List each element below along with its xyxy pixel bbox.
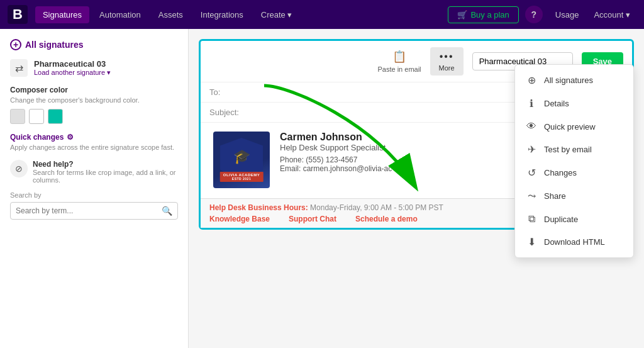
sidebar: + All signatures ⇄ Pharmaceutical 03 Loa… <box>0 29 189 348</box>
schedule-demo-link[interactable]: Schedule a demo <box>355 215 418 223</box>
nav-create[interactable]: Create ▾ <box>253 6 300 23</box>
main-content: 📋 Paste in email ••• More Save To: Subje… <box>189 29 644 348</box>
paste-in-email-button[interactable]: 📋 Paste in email <box>377 50 421 73</box>
account-menu[interactable]: Account ▾ <box>587 6 636 23</box>
sig-logo: 🎓 OLIVIA ACADEMY ESTD 2021 <box>213 132 270 188</box>
add-signature-icon: + <box>10 39 21 50</box>
help-circle-icon: ⊘ <box>10 160 28 177</box>
help-button[interactable]: ? <box>525 6 543 23</box>
composer-color-label: Composer color <box>10 86 178 94</box>
more-dropdown-menu: ⊕ All signatures ℹ Details 👁 Quick previ… <box>514 64 634 258</box>
graduation-hat-icon: 🎓 <box>233 149 250 165</box>
main-layout: + All signatures ⇄ Pharmaceutical 03 Loa… <box>0 29 644 348</box>
dropdown-all-signatures[interactable]: ⊕ All signatures <box>515 69 633 92</box>
more-button[interactable]: ••• More <box>430 47 464 76</box>
load-another-signature[interactable]: Load another signature ▾ <box>34 69 111 77</box>
nav-signatures[interactable]: Signatures <box>35 6 89 23</box>
dropdown-details[interactable]: ℹ Details <box>515 92 633 115</box>
color-swatch-teal[interactable] <box>48 109 63 124</box>
subject-label: Subject: <box>209 108 247 117</box>
more-dots-icon: ••• <box>440 51 454 62</box>
paste-icon: 📋 <box>392 50 406 64</box>
download-icon: ⬇ <box>525 236 538 248</box>
dropdown-download-html[interactable]: ⬇ Download HTML <box>515 230 633 254</box>
signature-name-label: Pharmaceutical 03 <box>34 59 111 69</box>
search-input[interactable] <box>16 206 162 215</box>
to-label: To: <box>209 87 247 97</box>
need-help-section: ⊘ Need help? Search for terms like crop … <box>10 160 178 184</box>
nav-integrations[interactable]: Integrations <box>193 6 251 23</box>
phone-number: Phone: (555) 123-4567 <box>280 155 392 164</box>
search-box[interactable]: 🔍 <box>10 202 178 220</box>
sig-details: Carmen Johnson Help Desk Support Special… <box>280 132 392 173</box>
signature-thumbnail-icon: ⇄ <box>10 59 28 77</box>
color-swatch-light[interactable] <box>10 109 25 124</box>
buy-plan-button[interactable]: 🛒 Buy a plan <box>448 6 518 23</box>
quick-changes-desc: Apply changes across the entire signatur… <box>10 143 178 151</box>
nav-assets[interactable]: Assets <box>151 6 191 23</box>
send-icon: ✈ <box>525 143 538 155</box>
composer-color-desc: Change the composer's background color. <box>10 96 178 104</box>
topnav: B Signatures Automation Assets Integrati… <box>0 0 644 29</box>
dropdown-quick-preview[interactable]: 👁 Quick preview <box>515 115 633 138</box>
signature-entry: ⇄ Pharmaceutical 03 Load another signatu… <box>10 59 178 77</box>
academy-banner: OLIVIA ACADEMY ESTD 2021 <box>220 172 264 182</box>
cart-icon: 🛒 <box>457 10 467 20</box>
all-signatures-link[interactable]: + All signatures <box>10 39 178 50</box>
dropdown-changes[interactable]: ↺ Changes <box>515 161 633 184</box>
all-signatures-dropdown-icon: ⊕ <box>525 74 538 86</box>
share-icon: ⤳ <box>525 190 538 202</box>
eye-icon: 👁 <box>525 121 538 132</box>
color-swatch-white[interactable] <box>29 109 44 124</box>
person-name: Carmen Johnson <box>280 132 392 143</box>
all-signatures-label: All signatures <box>25 40 84 50</box>
search-icon: 🔍 <box>162 206 172 216</box>
dropdown-duplicate[interactable]: ⧉ Duplicate <box>515 208 633 230</box>
usage-link[interactable]: Usage <box>549 6 586 23</box>
gear-icon: ⚙ <box>67 133 74 142</box>
person-title: Help Desk Support Specialist <box>280 143 392 152</box>
color-swatches <box>10 109 178 124</box>
details-icon: ℹ <box>525 98 538 109</box>
email-address: Email: carmen.johnson@olivia-ac <box>280 164 392 173</box>
nav-automation[interactable]: Automation <box>92 6 148 23</box>
history-icon: ↺ <box>525 167 538 179</box>
support-chat-link[interactable]: Support Chat <box>289 215 336 223</box>
quick-changes-link[interactable]: Quick changes ⚙ <box>10 133 178 142</box>
dropdown-share[interactable]: ⤳ Share <box>515 184 633 208</box>
dropdown-test-by-email[interactable]: ✈ Test by email <box>515 138 633 161</box>
search-by-label: Search by <box>10 191 178 199</box>
duplicate-icon: ⧉ <box>525 213 538 225</box>
hours-value: Monday-Friday, 9:00 AM - 5:00 PM PST <box>310 203 443 212</box>
brand-logo: B <box>8 5 28 24</box>
hours-label: Help Desk Business Hours: <box>209 203 308 212</box>
knowledge-base-link[interactable]: Knowledge Base <box>209 215 270 223</box>
need-help-title: Need help? <box>33 160 178 169</box>
need-help-desc: Search for terms like crop image, add a … <box>33 169 178 184</box>
